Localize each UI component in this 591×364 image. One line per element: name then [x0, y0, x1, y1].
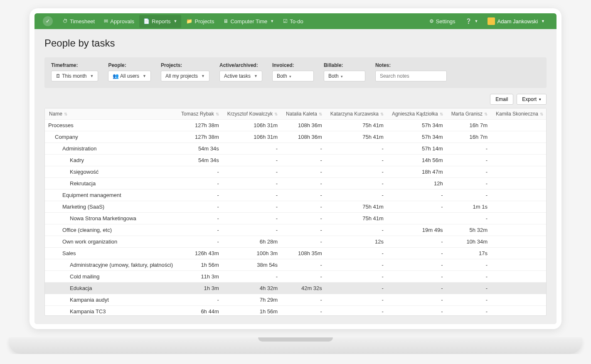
- time-cell: 5h 32m: [447, 224, 492, 236]
- time-cell: -: [326, 294, 388, 306]
- email-button[interactable]: Email: [490, 94, 513, 105]
- time-cell: 1h 56m: [177, 259, 223, 271]
- time-cell: [492, 178, 547, 189]
- column-header[interactable]: Tomasz Rybak⇅: [177, 108, 223, 120]
- billable-select[interactable]: Both ▾: [324, 71, 365, 81]
- people-select[interactable]: 👥 All users▼: [108, 71, 151, 81]
- time-cell: -: [447, 213, 492, 224]
- row-name-cell: Księgowość: [45, 166, 177, 178]
- row-name-cell: Company: [45, 131, 177, 143]
- filter-label: People:: [108, 62, 151, 68]
- table-row[interactable]: Processes127h 38m106h 31m108h 36m75h 41m…: [45, 120, 547, 131]
- table-row[interactable]: Equipment management------: [45, 189, 547, 201]
- column-header[interactable]: Agnieszka Kądziołka⇅: [388, 108, 447, 120]
- chevron-down-icon: ▾: [289, 74, 291, 79]
- table-row[interactable]: Sales126h 43m100h 3m108h 35m--17s: [45, 248, 547, 259]
- time-cell: -: [177, 224, 223, 236]
- time-cell: 127h 38m: [177, 120, 223, 131]
- column-header[interactable]: Marta Granisz⇅: [447, 108, 492, 120]
- filter-value: This month: [62, 73, 86, 79]
- projects-select[interactable]: All my projects▼: [161, 71, 209, 81]
- notes-search-input[interactable]: [375, 71, 447, 81]
- help-dropdown[interactable]: ❔▼: [461, 15, 483, 27]
- nav-icon: ⏱: [63, 18, 68, 24]
- time-cell: 75h 41m: [326, 213, 388, 224]
- table-row[interactable]: Administracyjne (umowy, faktury, płatnoś…: [45, 259, 547, 271]
- time-cell: -: [282, 236, 326, 248]
- calendar-icon: 🗓: [56, 73, 61, 79]
- table-row[interactable]: Company127h 38m106h 31m108h 36m75h 41m57…: [45, 131, 547, 143]
- table-row[interactable]: Rekrutacja----12h-: [45, 178, 547, 189]
- sort-icon: ⇅: [484, 112, 488, 116]
- sort-icon: ⇅: [274, 112, 278, 116]
- nav-item-computer-time[interactable]: 🖥Computer Time▼: [219, 15, 278, 28]
- nav-item-to-do[interactable]: ☑To-do: [279, 15, 308, 28]
- table-row[interactable]: Cold mailing11h 3m-----: [45, 271, 547, 283]
- settings-link[interactable]: ⚙Settings: [425, 15, 460, 28]
- active-select[interactable]: Active tasks▼: [219, 71, 262, 81]
- nav-item-timesheet[interactable]: ⏱Timesheet: [59, 15, 99, 28]
- time-cell: 10h 34m: [447, 236, 492, 248]
- time-cell: 16h 7m: [447, 131, 492, 143]
- nav-icon: ✉: [104, 18, 108, 24]
- column-header[interactable]: Katarzyna Kurzawska⇅: [326, 108, 388, 120]
- table-row[interactable]: Marketing (SaaS)---75h 41m-1m 1s: [45, 201, 547, 213]
- filter-label: Billable:: [324, 62, 365, 68]
- column-header[interactable]: Kamila Skonieczna⇅: [492, 108, 547, 120]
- filter-value: All my projects: [165, 73, 198, 79]
- table-row[interactable]: Kampania audyt-7h 29m----: [45, 294, 547, 306]
- table-row[interactable]: Edukacja1h 3m4h 32m42m 32s---: [45, 283, 547, 294]
- time-cell: [492, 155, 547, 166]
- nav-item-projects[interactable]: 📁Projects: [182, 15, 218, 28]
- time-cell: -: [326, 259, 388, 271]
- sort-icon: ⇅: [216, 112, 219, 116]
- time-cell: [492, 189, 547, 201]
- nav-icon: 📁: [186, 18, 192, 24]
- export-button[interactable]: Export▾: [517, 94, 547, 105]
- time-cell: -: [388, 283, 447, 294]
- nav-left: ⏱Timesheet✉Approvals📄Reports▼📁Projects🖥C…: [59, 15, 308, 28]
- column-header[interactable]: Natalia Kaleta⇅: [282, 108, 326, 120]
- table-row[interactable]: Księgowość----18h 47m-: [45, 166, 547, 178]
- nav-label: Approvals: [110, 18, 134, 25]
- nav-icon: 🖥: [223, 18, 228, 24]
- timeframe-select[interactable]: 🗓 This month▼: [51, 71, 98, 81]
- time-cell: [492, 259, 547, 271]
- column-header[interactable]: Krzysztof Kowalczyk⇅: [223, 108, 282, 120]
- table-row[interactable]: Nowa Strona Marketingowa---75h 41m-: [45, 213, 547, 224]
- time-cell: 106h 31m: [223, 120, 282, 131]
- table-row[interactable]: Kadry54m 34s---14h 56m-: [45, 155, 547, 166]
- settings-label: Settings: [436, 18, 456, 25]
- time-cell: [492, 236, 547, 248]
- table-row[interactable]: Own work organization-6h 28m-12s-10h 34m: [45, 236, 547, 248]
- time-cell: [492, 271, 547, 283]
- column-header[interactable]: Name⇅: [45, 108, 177, 120]
- filter-billable: Billable: Both ▾: [324, 62, 365, 81]
- time-cell: 75h 41m: [326, 120, 388, 131]
- row-name-cell: Marketing (SaaS): [45, 201, 177, 213]
- table-row[interactable]: Administration54m 34s---57h 14m-: [45, 143, 547, 155]
- time-cell: 14h 56m: [388, 155, 447, 166]
- invoiced-select[interactable]: Both ▾: [272, 71, 314, 81]
- table-row[interactable]: Office (cleaning, etc)----19m 49s5h 32m: [45, 224, 547, 236]
- time-cell: -: [177, 189, 223, 201]
- table-row[interactable]: Kampania TC36h 44m1h 56m----: [45, 306, 547, 316]
- time-cell: -: [447, 283, 492, 294]
- time-cell: 6h 44m: [177, 306, 223, 316]
- row-name-cell: Office (cleaning, etc): [45, 224, 177, 236]
- time-cell: -: [282, 259, 326, 271]
- logo-icon[interactable]: ✓: [43, 16, 53, 26]
- nav-item-approvals[interactable]: ✉Approvals: [100, 15, 138, 28]
- user-menu[interactable]: Adam Jankowski ▼: [484, 15, 548, 27]
- time-cell: -: [447, 271, 492, 283]
- time-cell: -: [326, 306, 388, 316]
- filter-notes: Notes:: [375, 62, 447, 81]
- row-name-cell: Administration: [45, 143, 177, 155]
- time-cell: 12h: [388, 178, 447, 189]
- filter-timeframe: Timeframe: 🗓 This month▼: [51, 62, 98, 81]
- time-cell: -: [326, 178, 388, 189]
- nav-item-reports[interactable]: 📄Reports▼: [139, 15, 181, 28]
- time-cell: [492, 213, 547, 224]
- time-cell: -: [388, 189, 447, 201]
- time-cell: -: [223, 166, 282, 178]
